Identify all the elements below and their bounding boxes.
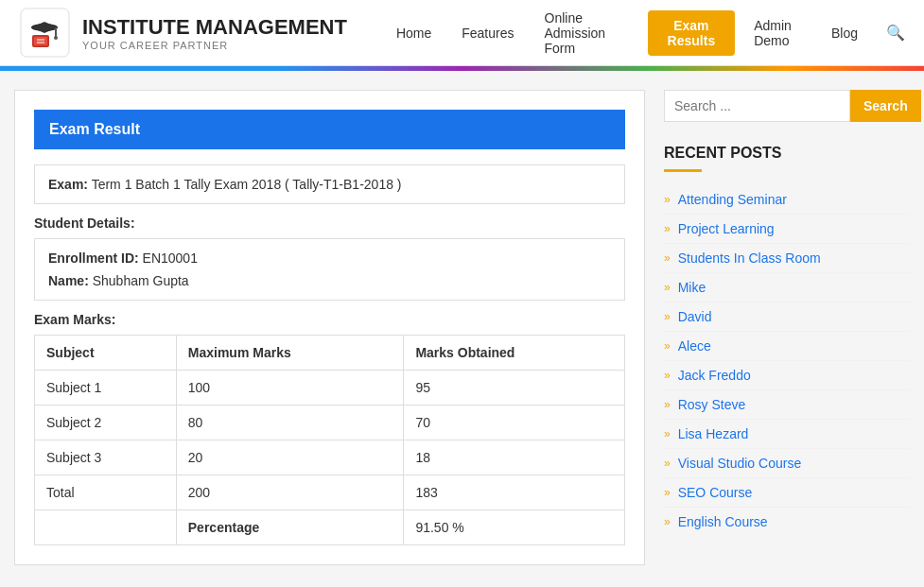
nav-home[interactable]: Home	[385, 18, 443, 48]
posts-list: »Attending Seminar»Project Learning»Stud…	[664, 185, 910, 536]
table-cell	[35, 510, 177, 545]
exam-label: Exam:	[48, 177, 88, 192]
post-item[interactable]: »Rosy Steve	[664, 390, 910, 420]
svg-point-4	[54, 36, 58, 40]
table-row: Total200183	[35, 475, 625, 510]
table-row: Subject 32018	[35, 440, 625, 475]
table-cell: Subject 3	[35, 440, 177, 475]
enrollment-value: EN10001	[143, 250, 198, 266]
post-item[interactable]: »Attending Seminar	[664, 185, 910, 215]
post-link[interactable]: Visual Studio Course	[678, 456, 801, 471]
marks-table: Subject Maximum Marks Marks Obtained Sub…	[34, 335, 625, 545]
post-link[interactable]: David	[678, 309, 712, 324]
enrollment-label: Enrollment ID:	[48, 250, 139, 266]
table-cell: Total	[35, 475, 177, 510]
svg-rect-6	[34, 37, 47, 45]
post-link[interactable]: Alece	[678, 338, 711, 354]
post-item[interactable]: »SEO Course	[664, 478, 910, 508]
table-cell: 18	[404, 440, 625, 475]
exam-name: Term 1 Batch 1 Tally Exam 2018 ( Tally-T…	[92, 177, 402, 192]
post-link[interactable]: Project Learning	[678, 221, 775, 236]
main-nav: Home Features Online Admission Form Exam…	[385, 3, 905, 63]
post-item[interactable]: »Project Learning	[664, 215, 910, 244]
post-link[interactable]: Attending Seminar	[678, 192, 787, 207]
post-arrow-icon: »	[664, 398, 671, 411]
table-cell: 100	[176, 371, 404, 406]
table-header-row: Subject Maximum Marks Marks Obtained	[35, 336, 625, 371]
post-item[interactable]: »Jack Freddo	[664, 361, 910, 390]
post-item[interactable]: »Students In Class Room	[664, 244, 910, 273]
student-details-label: Student Details:	[34, 216, 625, 231]
recent-posts-title: RECENT POSTS	[664, 145, 910, 162]
table-row: Subject 110095	[35, 371, 625, 406]
col-subject: Subject	[35, 336, 177, 371]
search-button[interactable]: Search	[850, 90, 921, 122]
sidebar: Search RECENT POSTS »Attending Seminar»P…	[664, 90, 910, 565]
post-item[interactable]: »English Course	[664, 508, 910, 536]
search-input[interactable]	[664, 90, 850, 122]
post-link[interactable]: Jack Freddo	[678, 368, 751, 383]
table-cell: 70	[404, 406, 625, 440]
logo-title: INSTITUTE MANAGEMENT	[82, 15, 347, 40]
nav-blog[interactable]: Blog	[820, 18, 869, 48]
search-box: Search	[664, 90, 910, 122]
student-details-box: Enrollment ID: EN10001 Name: Shubham Gup…	[34, 238, 625, 301]
nav-admission[interactable]: Online Admission Form	[533, 3, 640, 63]
post-item[interactable]: »Alece	[664, 332, 910, 361]
post-item[interactable]: »Visual Studio Course	[664, 449, 910, 478]
logo-text: INSTITUTE MANAGEMENT YOUR CAREER PARTNER	[82, 15, 347, 51]
name-label: Name:	[48, 273, 89, 288]
post-arrow-icon: »	[664, 515, 671, 528]
main-container: Exam Result Exam: Term 1 Batch 1 Tally E…	[0, 90, 924, 565]
search-icon[interactable]: 🔍	[886, 24, 905, 42]
post-link[interactable]: Students In Class Room	[678, 250, 821, 266]
logo-area: INSTITUTE MANAGEMENT YOUR CAREER PARTNER	[19, 7, 347, 59]
post-link[interactable]: Rosy Steve	[678, 397, 746, 412]
post-link[interactable]: SEO Course	[678, 485, 753, 500]
post-link[interactable]: Lisa Hezard	[678, 426, 749, 441]
post-arrow-icon: »	[664, 369, 671, 382]
post-arrow-icon: »	[664, 457, 671, 470]
table-cell: 80	[176, 406, 404, 440]
enrollment-row: Enrollment ID: EN10001	[48, 250, 611, 266]
recent-posts-divider	[664, 169, 702, 172]
table-cell: 20	[176, 440, 404, 475]
post-link[interactable]: Mike	[678, 280, 706, 295]
post-item[interactable]: »Lisa Hezard	[664, 420, 910, 449]
post-arrow-icon: »	[664, 339, 671, 353]
exam-info: Exam: Term 1 Batch 1 Tally Exam 2018 ( T…	[34, 164, 625, 204]
name-row: Name: Shubham Gupta	[48, 273, 611, 288]
table-cell: 200	[176, 475, 404, 510]
header: INSTITUTE MANAGEMENT YOUR CAREER PARTNER…	[0, 0, 924, 66]
col-max-marks: Maximum Marks	[176, 336, 404, 371]
table-cell: Percentage	[176, 510, 404, 545]
col-marks-obtained: Marks Obtained	[404, 336, 625, 371]
post-item[interactable]: »David	[664, 302, 910, 332]
table-cell: Subject 1	[35, 371, 177, 406]
nav-admin-demo[interactable]: Admin Demo	[742, 10, 812, 56]
exam-marks-label: Exam Marks:	[34, 312, 625, 327]
table-cell: 91.50 %	[404, 510, 625, 545]
table-row: Percentage91.50 %	[35, 510, 625, 545]
svg-rect-3	[55, 27, 57, 37]
post-arrow-icon: »	[664, 281, 671, 294]
post-arrow-icon: »	[664, 222, 671, 235]
table-cell: 183	[404, 475, 625, 510]
post-arrow-icon: »	[664, 251, 671, 265]
top-color-bar	[0, 66, 924, 71]
post-link[interactable]: English Course	[678, 514, 768, 529]
post-item[interactable]: »Mike	[664, 273, 910, 302]
table-row: Subject 28070	[35, 406, 625, 440]
nav-features[interactable]: Features	[450, 18, 525, 48]
post-arrow-icon: »	[664, 427, 671, 440]
post-arrow-icon: »	[664, 193, 671, 206]
logo-subtitle: YOUR CAREER PARTNER	[82, 40, 347, 51]
table-cell: Subject 2	[35, 406, 177, 440]
exam-result-header: Exam Result	[34, 110, 625, 149]
post-arrow-icon: »	[664, 486, 671, 499]
name-value: Shubham Gupta	[93, 273, 189, 288]
content-area: Exam Result Exam: Term 1 Batch 1 Tally E…	[14, 90, 645, 565]
logo-icon	[19, 7, 71, 59]
post-arrow-icon: »	[664, 310, 671, 323]
nav-exam-results[interactable]: Exam Results	[648, 10, 736, 56]
